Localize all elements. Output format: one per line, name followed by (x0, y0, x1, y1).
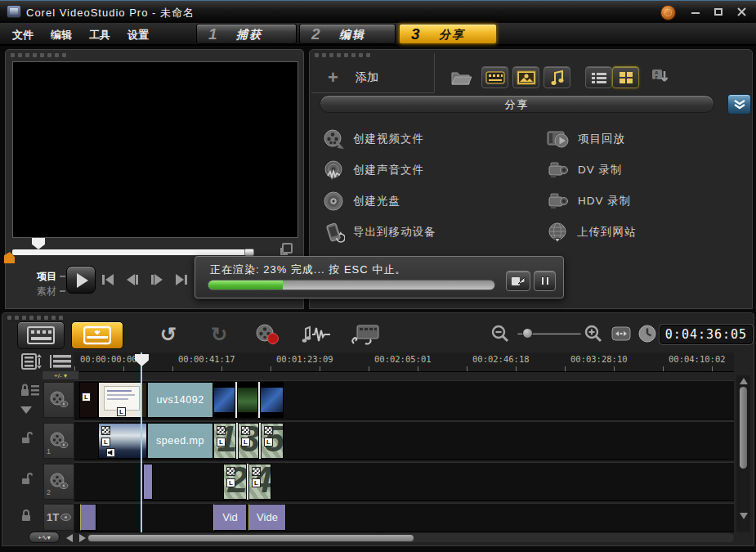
filter-video-button[interactable] (481, 66, 508, 88)
horizontal-scroll-thumb[interactable] (88, 535, 414, 541)
clip-title-1[interactable] (80, 504, 96, 531)
clip-video-2[interactable]: L (98, 382, 147, 418)
vertical-scroll-thumb[interactable] (740, 387, 747, 469)
title-track-lane[interactable] (74, 503, 734, 532)
zoom-slider-knob[interactable] (522, 328, 533, 339)
list-view-button[interactable] (585, 66, 612, 88)
scrub-marker[interactable] (32, 238, 45, 249)
scroll-left-icon[interactable] (66, 534, 73, 542)
step-tab-share[interactable]: 3 分享 (399, 24, 497, 44)
horizontal-scrollbar[interactable] (87, 533, 734, 542)
grid-view-button[interactable] (612, 66, 639, 88)
sort-button[interactable]: AZ (646, 66, 673, 88)
share-option-create-audio[interactable]: 创建声音文件 (323, 158, 424, 182)
project-duration-button[interactable] (637, 323, 658, 344)
clip-green-2[interactable]: 3 L (238, 423, 259, 459)
clip-video-thumb-3[interactable] (260, 382, 284, 418)
menu-item-tools[interactable]: 工具 (89, 28, 110, 43)
menu-item-file[interactable]: 文件 (12, 28, 34, 43)
scrub-track[interactable] (12, 249, 251, 255)
clip-title-2[interactable]: Vid (213, 504, 247, 531)
minimize-button[interactable] (685, 7, 706, 19)
record-capture-button[interactable] (251, 320, 284, 349)
unlock-icon (20, 472, 34, 485)
project-mode-label[interactable]: 项目 (37, 270, 56, 284)
add-track-button[interactable]: +∿▾ (29, 532, 60, 543)
scrub-knob[interactable] (244, 249, 254, 256)
share-option-upload-web[interactable]: 上传到网站 (547, 220, 637, 245)
clip-green-4[interactable]: 2 L (223, 464, 247, 500)
menu-item-edit[interactable]: 编辑 (51, 28, 72, 43)
clip-video-thumb-1[interactable] (213, 382, 235, 418)
scroll-right-icon[interactable] (79, 534, 86, 542)
timeline-ruler[interactable]: 00:00:00:00 00:00:41:17 00:01:23:09 00:0… (74, 352, 734, 372)
notification-icon[interactable] (660, 5, 676, 20)
scroll-up-icon[interactable] (740, 378, 748, 384)
filter-audio-button[interactable] (544, 66, 570, 88)
share-option-export-mobile[interactable]: 导出到移动设备 (323, 220, 436, 245)
clip-mode-label[interactable]: 素材 (37, 285, 56, 298)
storyboard-view-button[interactable] (17, 321, 65, 349)
track-manager-button[interactable] (20, 353, 43, 370)
clip-green-5[interactable]: 4 L (248, 464, 271, 500)
browse-folder-button[interactable] (447, 66, 474, 88)
video-track-header[interactable] (43, 382, 74, 418)
mobile-device-icon (323, 222, 345, 244)
clip-overlay-main[interactable]: speed.mp (147, 423, 213, 459)
clip-overlay2-small[interactable] (143, 464, 153, 500)
enlarge-preview-icon[interactable] (282, 243, 293, 254)
track-lock-button[interactable] (20, 431, 34, 447)
timeline-bottom-bar: +∿▾ (2, 531, 754, 546)
step-tab-edit[interactable]: 2 编辑 (299, 24, 396, 44)
vertical-scrollbar[interactable] (736, 375, 750, 532)
menu-item-settings[interactable]: 设置 (127, 28, 149, 43)
plus-icon: + (328, 67, 338, 88)
go-end-button[interactable] (171, 271, 192, 289)
undo-button[interactable]: ↺ (154, 321, 182, 348)
ripple-edit-button[interactable] (347, 320, 383, 349)
clip-green-3[interactable]: 5 L (261, 423, 284, 459)
clip-video-main[interactable]: uvs14092 (147, 382, 213, 418)
maximize-button[interactable] (708, 7, 729, 19)
clip-overlay-mountain[interactable]: L (98, 423, 147, 459)
track-lock-button[interactable] (20, 384, 40, 400)
track-lock-button[interactable] (20, 509, 32, 525)
render-preview-toggle-button[interactable] (506, 271, 530, 291)
fit-project-button[interactable] (611, 324, 632, 343)
go-start-button[interactable] (97, 271, 119, 289)
clip-title-3[interactable]: Vide (248, 504, 286, 531)
play-button[interactable] (66, 266, 96, 294)
overlay1-track-header[interactable]: 1 (43, 423, 74, 459)
timeline-view-button[interactable] (71, 321, 123, 349)
clip-video-thumb-2[interactable] (237, 382, 258, 418)
render-pause-button[interactable] (534, 271, 556, 291)
overlay2-track-header[interactable]: 2 (43, 464, 74, 500)
share-option-hdv-record[interactable]: HDV 录制 (547, 189, 631, 213)
close-button[interactable] (731, 7, 752, 19)
share-option-project-playback[interactable]: 项目回放 (547, 127, 625, 151)
clip-label: Vid (222, 511, 238, 523)
next-frame-button[interactable] (146, 271, 168, 289)
track-toggle-button[interactable]: +/- ▾ (42, 370, 79, 380)
clip-green-1[interactable]: 1 L (213, 423, 236, 459)
title-bar: Corel VideoStudio Pro - 未命名 (0, 0, 756, 23)
add-media-button[interactable]: + 添加 (320, 65, 434, 89)
scroll-down-icon[interactable] (740, 513, 748, 519)
filter-image-button[interactable] (512, 66, 539, 88)
sound-mixer-button[interactable] (298, 320, 333, 349)
share-option-dv-record[interactable]: DV 录制 (547, 158, 623, 182)
collapse-tracks-chevron[interactable] (20, 406, 32, 420)
step-tab-capture[interactable]: 1 捕获 (196, 24, 297, 44)
zoom-out-button[interactable] (490, 323, 511, 344)
title-track-header[interactable]: 1T (43, 504, 74, 531)
prev-frame-button[interactable] (122, 271, 143, 289)
redo-button[interactable]: ↻ (205, 321, 233, 348)
clip-video-1[interactable]: L (79, 382, 98, 418)
share-option-create-disc[interactable]: 创建光盘 (323, 189, 400, 213)
zoom-in-button[interactable] (583, 323, 604, 344)
track-lock-button[interactable] (20, 472, 34, 488)
collapse-panel-button[interactable] (727, 94, 751, 114)
share-option-create-video[interactable]: 创建视频文件 (323, 127, 424, 151)
overlay2-track-lane[interactable] (74, 462, 734, 501)
show-all-tracks-button[interactable] (48, 353, 73, 370)
